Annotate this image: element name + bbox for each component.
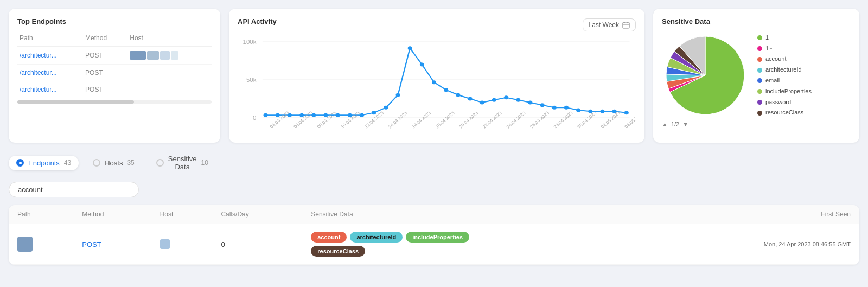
legend-item: 1	[757, 33, 812, 43]
chart-dot	[528, 101, 532, 105]
legend-item: email	[757, 75, 812, 86]
col-method: Method	[83, 32, 127, 47]
api-activity-title: API Activity	[238, 17, 277, 25]
chart-dot	[576, 109, 580, 112]
tab-hosts[interactable]: Hosts 35	[85, 156, 142, 170]
legend-dot	[757, 57, 762, 62]
pie-chart-svg	[662, 32, 749, 119]
row-first-seen: Mon, 24 Apr 2023 08:46:55 GMT	[652, 224, 859, 265]
svg-text:24.04.2023: 24.04.2023	[505, 110, 527, 129]
endpoint-host	[127, 65, 212, 81]
chart-dot	[504, 95, 508, 99]
col-path-header: Path	[9, 205, 73, 224]
sensitive-tags-container: account architectureId includeProperties	[311, 232, 643, 243]
chart-dot	[408, 46, 412, 50]
tab-sensitive-data-label: SensitiveData	[168, 155, 197, 171]
endpoints-table: Path Method Host /architectur... POST /a…	[17, 32, 212, 98]
col-host-header: Host	[151, 205, 213, 224]
tag-account: account	[311, 232, 347, 243]
search-bar	[9, 182, 859, 197]
sensitive-data-card: Sensitive Data 1 1~ account architecture…	[653, 9, 859, 143]
legend-label: password	[765, 97, 791, 108]
legend-dot	[757, 111, 762, 116]
api-activity-card: API Activity Last Week 100k 50k	[229, 9, 644, 143]
svg-text:14.04.2023: 14.04.2023	[387, 110, 409, 129]
legend-dot	[757, 35, 762, 40]
tab-endpoints[interactable]: Endpoints 43	[9, 156, 79, 170]
bottom-table-container: Path Method Host Calls/Day Sensitive Dat…	[9, 205, 859, 265]
chart-dot	[432, 80, 436, 84]
endpoint-method: POST	[83, 47, 127, 65]
last-week-label: Last Week	[589, 21, 619, 29]
svg-text:22.04.2023: 22.04.2023	[481, 110, 503, 129]
tag-architectureid: architectureId	[350, 232, 403, 243]
tag-resourceclass: resourceClass	[311, 246, 365, 257]
endpoint-path: /architectur...	[17, 65, 83, 81]
endpoints-table-row: /architectur... POST	[17, 47, 212, 65]
calendar-icon	[622, 21, 630, 29]
api-activity-header: API Activity Last Week	[238, 17, 636, 32]
legend-dot	[757, 46, 762, 51]
svg-rect-0	[623, 22, 629, 28]
chart-dot	[372, 111, 376, 114]
svg-text:26.04.2023: 26.04.2023	[528, 110, 550, 129]
row-host	[151, 224, 213, 265]
endpoint-method: POST	[83, 65, 127, 81]
legend-label: account	[765, 54, 787, 65]
endpoint-host	[127, 81, 212, 98]
svg-text:0: 0	[253, 115, 256, 121]
legend-dot	[757, 100, 762, 105]
legend-dot	[757, 78, 762, 83]
table-row: POST 0 account architectureId includePro…	[9, 224, 859, 265]
filter-tabs: Endpoints 43 Hosts 35 SensitiveData 10	[9, 151, 859, 174]
svg-text:06.04.2023: 06.04.2023	[292, 110, 314, 129]
legend-label: 1	[765, 33, 769, 43]
sensitive-data-title: Sensitive Data	[662, 17, 851, 25]
legend-item: 1~	[757, 43, 812, 54]
endpoint-host	[127, 47, 212, 65]
chart-dot	[420, 63, 424, 67]
legend-pagination: ▲ 1/2 ▼	[662, 121, 851, 127]
chart-dot	[492, 98, 496, 102]
legend-label: includeProperties	[765, 86, 812, 97]
last-week-button[interactable]: Last Week	[583, 18, 636, 31]
legend-item: architectureId	[757, 65, 812, 75]
legend-item: password	[757, 97, 812, 108]
legend-item: account	[757, 54, 812, 65]
col-host: Host	[127, 32, 212, 47]
api-chart-svg: 100k 50k 0 04.04.2023 06.04.2023 08.04.2…	[238, 36, 636, 134]
chart-dot	[456, 93, 460, 97]
col-path: Path	[17, 32, 83, 47]
chart-dot	[552, 106, 557, 110]
svg-text:04.04.2023: 04.04.2023	[269, 110, 290, 129]
tab-sensitive-data[interactable]: SensitiveData 10	[149, 151, 216, 174]
chart-dot	[480, 101, 484, 105]
endpoint-method: POST	[83, 81, 127, 98]
svg-text:10.04.2023: 10.04.2023	[340, 110, 361, 129]
svg-text:100k: 100k	[243, 39, 257, 45]
row-calls: 0	[212, 224, 302, 265]
legend-item: includeProperties	[757, 86, 812, 97]
svg-text:50k: 50k	[246, 77, 257, 83]
legend-label: 1~	[765, 43, 773, 54]
chart-dot	[564, 106, 569, 110]
tab-endpoints-radio	[16, 159, 24, 167]
chart-dot	[540, 103, 545, 107]
sensitive-tags-row2: resourceClass	[311, 246, 643, 257]
chart-dot	[624, 111, 629, 114]
legend-prev-arrow[interactable]: ▲	[662, 121, 668, 127]
svg-text:08.04.2023: 08.04.2023	[316, 110, 337, 129]
svg-text:30.04.2023: 30.04.2023	[576, 110, 598, 129]
table-scrollbar[interactable]	[17, 100, 212, 104]
legend-next-arrow[interactable]: ▼	[682, 121, 688, 127]
chart-dot	[264, 113, 268, 117]
endpoints-table-row: /architectur... POST	[17, 65, 212, 81]
legend-label: architectureId	[765, 65, 802, 75]
search-input[interactable]	[9, 182, 139, 197]
path-color-block	[17, 237, 33, 252]
svg-text:20.04.2023: 20.04.2023	[458, 110, 480, 129]
tag-includeproperties: includeProperties	[406, 232, 469, 243]
row-sensitive-tags: account architectureId includeProperties…	[302, 224, 652, 265]
svg-text:16.04.2023: 16.04.2023	[411, 110, 432, 129]
host-color-block	[160, 239, 170, 249]
